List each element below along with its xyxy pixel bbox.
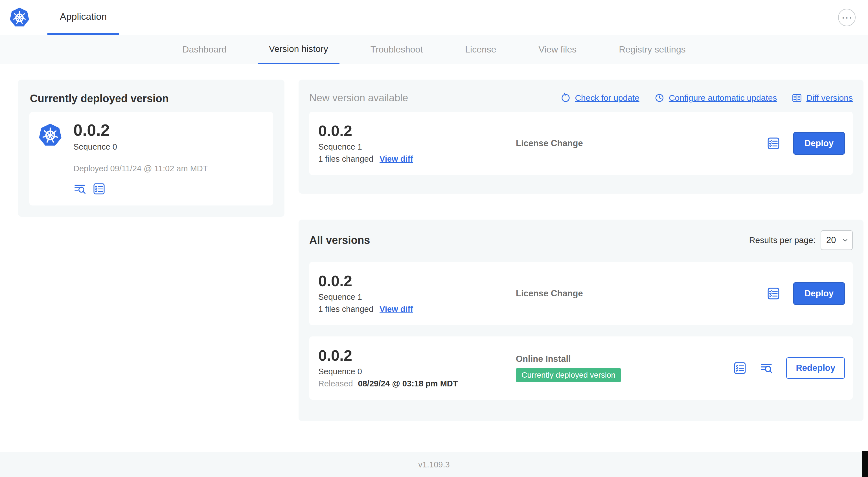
configure-automatic-updates-label: Configure automatic updates [669, 93, 777, 103]
version-actions: Deploy [767, 132, 845, 155]
tab-dashboard-label: Dashboard [182, 44, 226, 55]
tab-license[interactable]: License [454, 35, 507, 64]
new-version-card: New version available Check for update C… [299, 80, 864, 193]
released-row: Released 08/29/24 @ 03:18 pm MDT [318, 379, 516, 388]
version-row: 0.0.2 Sequence 0 Released 08/29/24 @ 03:… [309, 336, 853, 400]
all-versions-title: All versions [309, 234, 370, 246]
configure-automatic-updates-link[interactable]: Configure automatic updates [654, 93, 777, 103]
version-source: License Change [516, 289, 767, 299]
tab-view-files[interactable]: View files [527, 35, 588, 64]
kubernetes-logo [37, 122, 64, 149]
tab-dashboard[interactable]: Dashboard [171, 35, 238, 64]
files-changed-row: 1 files changed View diff [318, 154, 516, 164]
files-changed-label: 1 files changed [318, 304, 373, 314]
view-logs-icon[interactable] [760, 361, 773, 375]
deploy-button[interactable]: Deploy [793, 282, 845, 305]
app-tab-label: Application [60, 11, 107, 22]
tab-troubleshoot[interactable]: Troubleshoot [359, 35, 434, 64]
deployed-version-number: 0.0.2 [73, 122, 208, 139]
secondary-nav: Dashboard Version history Troubleshoot L… [0, 35, 868, 64]
tab-view-files-label: View files [539, 44, 577, 55]
view-diff-link[interactable]: View diff [379, 304, 413, 314]
source-label: License Change [516, 138, 767, 148]
view-logs-icon[interactable] [73, 182, 86, 195]
refresh-icon [560, 93, 571, 103]
results-per-page-value: 20 [826, 235, 836, 245]
version-actions: Redeploy [733, 357, 845, 379]
scrollbar-corner-artifact [862, 451, 868, 477]
console-version: v1.109.3 [418, 460, 450, 469]
preflight-checks-icon[interactable] [93, 182, 105, 195]
version-source: Online Install Currently deployed versio… [516, 354, 733, 382]
diff-versions-link[interactable]: Diff versions [792, 93, 853, 103]
main-content: Currently deployed version 0.0.2 Sequenc… [0, 64, 868, 421]
more-options-button[interactable]: ⋯ [838, 9, 856, 26]
version-info: 0.0.2 Sequence 1 1 files changed View di… [318, 123, 516, 164]
version-number: 0.0.2 [318, 348, 516, 363]
right-column: New version available Check for update C… [299, 80, 864, 421]
version-row: 0.0.2 Sequence 1 1 files changed View di… [309, 262, 853, 325]
version-number: 0.0.2 [318, 123, 516, 138]
top-bar: Application ⋯ [0, 0, 868, 35]
results-per-page-label: Results per page: [749, 235, 815, 245]
files-changed-label: 1 files changed [318, 154, 373, 164]
version-number: 0.0.2 [318, 273, 516, 289]
deployed-sequence: Sequence 0 [73, 142, 208, 152]
chevron-down-icon [841, 237, 849, 244]
tab-registry-settings[interactable]: Registry settings [608, 35, 697, 64]
all-versions-card: All versions Results per page: 20 0.0.2 … [299, 219, 864, 421]
redeploy-button[interactable]: Redeploy [786, 357, 845, 379]
preflight-checks-icon[interactable] [733, 361, 747, 375]
released-label: Released [318, 379, 353, 388]
kubernetes-logo [8, 6, 31, 29]
tab-license-label: License [465, 44, 496, 55]
currently-deployed-title: Currently deployed version [30, 93, 273, 105]
preflight-checks-icon[interactable] [767, 137, 780, 150]
deployed-version-panel: 0.0.2 Sequence 0 Deployed 09/11/24 @ 11:… [29, 112, 273, 206]
diff-versions-label: Diff versions [806, 93, 853, 103]
results-per-page-select[interactable]: 20 [820, 230, 853, 250]
new-version-title: New version available [309, 92, 408, 104]
ellipsis-icon: ⋯ [841, 11, 852, 24]
tab-application[interactable]: Application [48, 0, 119, 35]
version-info: 0.0.2 Sequence 0 Released 08/29/24 @ 03:… [318, 348, 516, 388]
results-per-page: Results per page: 20 [749, 230, 853, 250]
files-changed-row: 1 files changed View diff [318, 304, 516, 314]
preflight-checks-icon[interactable] [767, 287, 780, 300]
currently-deployed-badge: Currently deployed version [516, 368, 621, 382]
deployed-actions [73, 182, 208, 195]
version-sequence: Sequence 1 [318, 292, 516, 302]
deploy-button[interactable]: Deploy [793, 132, 845, 155]
source-label: Online Install [516, 354, 733, 364]
tab-troubleshoot-label: Troubleshoot [371, 44, 423, 55]
tab-version-history-label: Version history [269, 44, 328, 54]
version-sequence: Sequence 0 [318, 367, 516, 376]
source-label: License Change [516, 289, 767, 299]
new-version-header: New version available Check for update C… [309, 92, 853, 104]
new-version-actions: Check for update Configure automatic upd… [560, 93, 853, 103]
view-diff-link[interactable]: View diff [379, 154, 413, 164]
released-date: 08/29/24 @ 03:18 pm MDT [358, 379, 458, 388]
tab-version-history[interactable]: Version history [258, 35, 339, 64]
version-source: License Change [516, 138, 767, 148]
deployed-version-details: 0.0.2 Sequence 0 Deployed 09/11/24 @ 11:… [73, 122, 208, 195]
footer: v1.109.3 [0, 452, 868, 477]
deployed-timestamp: Deployed 09/11/24 @ 11:02 am MDT [73, 164, 208, 173]
schedule-icon [654, 93, 665, 103]
version-actions: Deploy [767, 282, 845, 305]
check-for-update-link[interactable]: Check for update [560, 93, 639, 103]
check-for-update-label: Check for update [575, 93, 639, 103]
version-sequence: Sequence 1 [318, 142, 516, 152]
diff-versions-icon [792, 93, 802, 103]
tab-registry-settings-label: Registry settings [619, 44, 686, 55]
all-versions-header: All versions Results per page: 20 [309, 230, 853, 250]
currently-deployed-card: Currently deployed version 0.0.2 Sequenc… [18, 80, 284, 217]
version-info: 0.0.2 Sequence 1 1 files changed View di… [318, 273, 516, 314]
new-version-row: 0.0.2 Sequence 1 1 files changed View di… [309, 112, 853, 175]
